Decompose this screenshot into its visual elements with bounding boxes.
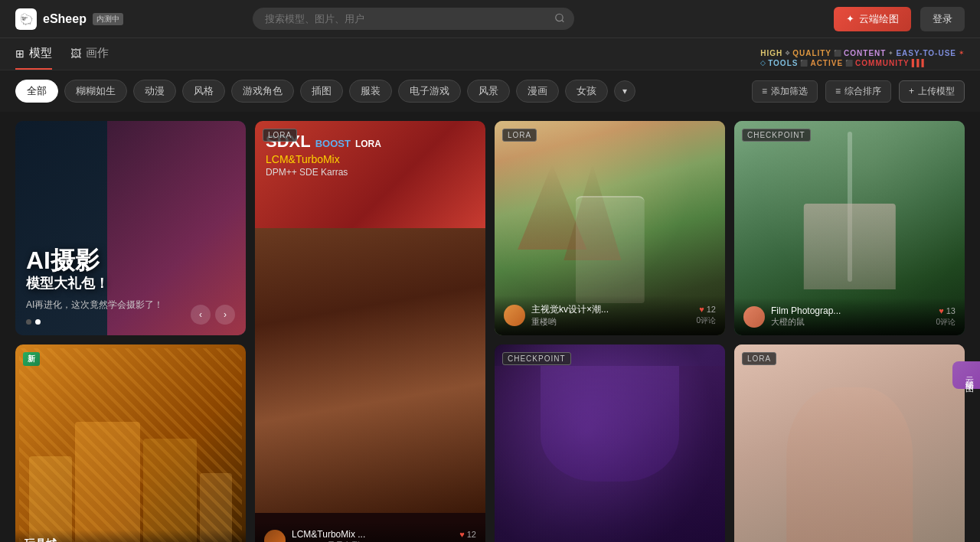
heart-icon-3: ♥ [939,306,944,315]
mountain-card[interactable]: LORA 主视觉kv设计×潮... 重楼哟 ♥ 12 0评论 [495,121,725,335]
lcm-turbo-text: LCM&TurboMix [266,153,475,165]
tab-paintings[interactable]: 🖼 画作 [70,46,109,70]
lora-text-info: LCM&TurboMix ... LEOSAM是只兔獸 [292,529,450,542]
lora-card[interactable]: SDXL BOOST LORA LCM&TurboMix DPM++ SDE K… [255,121,485,542]
dot5: ⬛ [845,60,853,67]
banner-card[interactable]: AI摄影 模型大礼包！ AI再进化，这次竟然学会摄影了！ ‹ › [15,121,246,335]
banner-title-line2: 模型大礼包！ [26,274,235,292]
filter-tags: 全部 糊糊如生 动漫 风格 游戏角色 插图 服装 电子游戏 风景 漫画 女孩 ▾ [15,80,635,103]
banner-arrows: ‹ › [191,305,235,325]
model-grid: AI摄影 模型大礼包！ AI再进化，这次竟然学会摄影了！ ‹ › SDXL BO… [0,112,980,542]
upload-icon: + [909,86,914,96]
banner-next-button[interactable]: › [215,305,235,325]
filter-manga[interactable]: 漫画 [516,80,559,103]
logo-area: 🐑 eSheep 内测中 [15,8,123,30]
search-button[interactable] [554,12,565,25]
waterfall-author: 大橙的鼠 [771,316,929,328]
easy-label: EASY-TO-USE [896,49,956,57]
lora-like: ♥ 12 [459,530,476,539]
mountain-model-name: 主视觉kv设计×潮... [531,303,690,316]
svg-point-0 [556,14,563,21]
waterfall-like: ♥ 13 [939,306,956,315]
heart-icon-2: ♥ [699,305,704,314]
sort-button[interactable]: ≡ 综合排序 [825,80,891,103]
cloud-paint-button[interactable]: ✦ 云端绘图 [834,7,911,31]
nav-tabs: ⊞ 模型 🖼 画作 [15,46,109,70]
filter-moppo[interactable]: 糊糊如生 [64,80,127,103]
header-right: ✦ 云端绘图 登录 [834,7,965,31]
upload-model-button[interactable]: + 上传模型 [899,80,965,103]
boost-text: BOOST [315,138,351,149]
heart-icon: ♥ [459,530,465,539]
lora-badge: LORA [263,129,297,142]
waterfall-comments: 0评论 [936,317,956,328]
filter-illustration[interactable]: 插图 [300,80,343,103]
high-label: HIGH [760,49,782,57]
tools-label: TOOLS [768,59,798,67]
sub-header: ⊞ 模型 🖼 画作 HIGH ❖ QUALITY ⬛ CONTENT ✦ EAS… [0,38,980,70]
toy-card-info: 玩具城 [15,530,246,542]
toy-model-name: 玩具城 [24,537,237,542]
filter-bar: 全部 糊糊如生 动漫 风格 游戏角色 插图 服装 电子游戏 风景 漫画 女孩 ▾… [0,70,980,112]
mountain-author: 重楼哟 [531,316,690,328]
waterfall-card-info: Film Photograp... 大橙的鼠 ♥ 13 0评论 [734,298,965,335]
float-cloud-button[interactable]: 云端绘图 [952,361,980,389]
toy-new-badge: 新 [23,352,40,366]
filter-clothing[interactable]: 服装 [349,80,392,103]
filter-more-button[interactable]: ▾ [614,80,635,102]
filter-egame[interactable]: 电子游戏 [398,80,461,103]
star1: ✶ [959,49,965,57]
mountain-card-info: 主视觉kv设计×潮... 重楼哟 ♥ 12 0评论 [495,295,725,335]
anime-card[interactable]: CHECKPOINT [495,344,725,542]
face-card[interactable]: LORA [734,344,965,542]
quality-label: QUALITY [792,49,831,57]
active-label: ACTIVE [810,59,843,67]
dot2: ⬛ [834,50,841,57]
lora-avatar [264,530,286,543]
mountain-badge: LORA [502,129,537,142]
image-icon: 🖼 [70,47,81,60]
mountain-comments: 0评论 [696,315,716,326]
filter-actions: ≡ 添加筛选 ≡ 综合排序 + 上传模型 [752,80,965,103]
filter-scenery[interactable]: 风景 [467,80,510,103]
dot4: ⬛ [800,60,808,67]
anime-badge: CHECKPOINT [502,352,571,365]
filter-style[interactable]: 风格 [182,80,225,103]
banner-title-line1: AI摄影 [26,247,235,274]
filter-animation[interactable]: 动漫 [133,80,176,103]
search-bar [253,8,574,30]
beta-badge: 内测中 [93,13,123,25]
filter-game[interactable]: 游戏角色 [231,80,294,103]
logo-text: eSheep [43,12,87,26]
cloud-icon: ✦ [846,13,854,24]
filter-girl[interactable]: 女孩 [565,80,608,103]
bar1: ▌▌▌ [912,59,926,67]
quality-banner: HIGH ❖ QUALITY ⬛ CONTENT ✦ EASY-TO-USE ✶… [760,49,965,67]
content-label: CONTENT [844,49,886,57]
dot1: ❖ [785,50,790,57]
filter-all[interactable]: 全部 [15,80,58,103]
sort-icon: ≡ [835,86,841,96]
add-filter-button[interactable]: ≡ 添加筛选 [752,80,818,103]
dot-1 [26,319,31,325]
banner-prev-button[interactable]: ‹ [191,305,211,325]
dot3: ✦ [888,50,893,57]
header: 🐑 eSheep 内测中 ✦ 云端绘图 登录 [0,0,980,38]
grid-icon: ⊞ [15,47,24,60]
waterfall-card[interactable]: CHECKPOINT Film Photograp... 大橙的鼠 ♥ 13 0… [734,121,965,335]
community-label: COMMUNITY [855,59,910,67]
diamond1: ◇ [760,59,766,67]
face-badge: LORA [742,352,776,365]
mountain-avatar [504,305,525,326]
lora-stats: ♥ 12 4评论 [456,530,476,543]
dot-2 [35,319,41,325]
mountain-like: ♥ 12 [699,305,716,314]
dpm-text: DPM++ SDE Karras [266,167,475,178]
tab-models[interactable]: ⊞ 模型 [15,46,52,70]
lora-model-name: LCM&TurboMix ... [292,529,450,540]
login-button[interactable]: 登录 [920,7,965,31]
toy-card[interactable]: 新 玩具城 [15,344,246,542]
logo-icon: 🐑 [15,8,37,30]
search-input[interactable] [253,8,574,30]
waterfall-badge: CHECKPOINT [742,129,811,142]
